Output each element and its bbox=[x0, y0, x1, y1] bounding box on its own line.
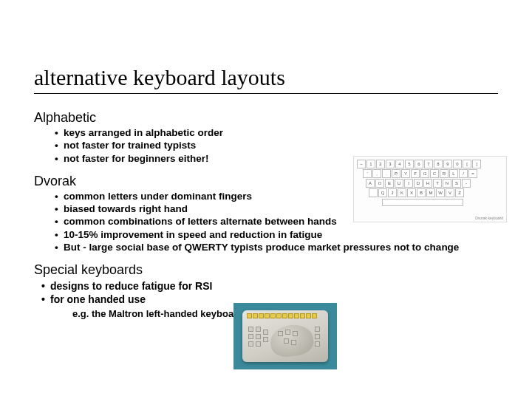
keyboard-key: 4 bbox=[395, 160, 404, 168]
keyboard-key: 2 bbox=[376, 160, 385, 168]
keyboard-key: B bbox=[417, 188, 426, 197]
keyboard-key: F bbox=[411, 169, 420, 178]
keyboard-key: Q bbox=[378, 188, 387, 197]
keyboard-key: / bbox=[459, 169, 468, 178]
keyboard-key: M bbox=[426, 188, 435, 197]
keyboard-key: E bbox=[385, 179, 394, 188]
keyboard-key: P bbox=[392, 169, 400, 178]
keyboard-key: . bbox=[382, 169, 391, 178]
keyboard-key: 5 bbox=[405, 160, 414, 168]
maltron-keyboard-image bbox=[233, 303, 337, 369]
keyboard-key: 8 bbox=[434, 160, 443, 168]
section-heading-special: Special keyboards bbox=[34, 262, 498, 278]
keyboard-key: D bbox=[414, 179, 423, 188]
keyboard-key: V bbox=[446, 188, 454, 197]
title-underline bbox=[34, 93, 498, 94]
keyboard-key bbox=[369, 188, 378, 197]
keyboard-key: U bbox=[395, 179, 403, 188]
keyboard-key: 1 bbox=[366, 160, 375, 168]
keyboard-key: I bbox=[404, 179, 413, 188]
keyboard-key: X bbox=[407, 188, 416, 197]
keyboard-key: Z bbox=[455, 188, 464, 197]
keyboard-key: 9 bbox=[443, 160, 452, 168]
list-item: But - large social base of QWERTY typist… bbox=[55, 241, 498, 253]
keyboard-key: 0 bbox=[453, 160, 462, 168]
keyboard-key: K bbox=[398, 188, 406, 197]
section-heading-alphabetic: Alphabetic bbox=[34, 110, 498, 126]
keyboard-key: 3 bbox=[386, 160, 395, 168]
keyboard-key: 6 bbox=[415, 160, 423, 168]
keyboard-key: O bbox=[375, 179, 384, 188]
keyboard-key: C bbox=[430, 169, 439, 178]
keyboard-key: G bbox=[420, 169, 429, 178]
keyboard-key: ] bbox=[472, 160, 481, 168]
list-item: 10-15% improvement in speed and reductio… bbox=[55, 228, 498, 241]
keyboard-key: [ bbox=[463, 160, 471, 168]
keyboard-key: W bbox=[436, 188, 445, 197]
dvorak-keyboard-image: ~1234567890[] ',.PYFGCRL/= AOEUIDHTNS- Q… bbox=[353, 156, 507, 222]
keyboard-key: A bbox=[366, 179, 375, 188]
keyboard-key: , bbox=[372, 169, 381, 178]
list-item: keys arranged in alphabetic order bbox=[55, 126, 498, 139]
keyboard-key: J bbox=[388, 188, 397, 197]
keyboard-key: - bbox=[462, 179, 471, 188]
keyboard-key: S bbox=[452, 179, 461, 188]
slide-title: alternative keyboard layouts bbox=[34, 65, 498, 92]
keyboard-key: ' bbox=[363, 169, 372, 178]
spacebar-key bbox=[382, 199, 463, 206]
dvorak-caption: Dvorak keyboard bbox=[475, 216, 503, 220]
keyboard-key: N bbox=[443, 179, 451, 188]
keyboard-key: T bbox=[433, 179, 442, 188]
list-item: designs to reduce fatigue for RSI bbox=[41, 279, 498, 293]
keyboard-key: L bbox=[449, 169, 458, 178]
keyboard-key: = bbox=[468, 169, 477, 178]
keyboard-key: 7 bbox=[424, 160, 433, 168]
keyboard-key: R bbox=[440, 169, 449, 178]
list-item: not faster for trained typists bbox=[55, 139, 498, 151]
keyboard-key: Y bbox=[401, 169, 410, 178]
keyboard-key: H bbox=[423, 179, 432, 188]
keyboard-key: ~ bbox=[357, 160, 366, 168]
